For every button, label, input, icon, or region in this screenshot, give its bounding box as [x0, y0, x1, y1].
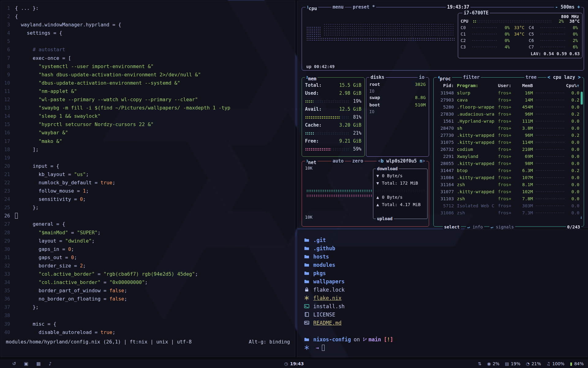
net-box-title[interactable]: 3net — [305, 158, 318, 166]
memory-module[interactable]: ▤19% — [505, 361, 520, 366]
scroll-down-icon[interactable]: ↓ — [580, 215, 582, 220]
process-row[interactable]: 31075.kitty-wrappedfros+114M0.0 — [434, 139, 584, 146]
code-area[interactable]: 1{ ... }:2{3 wayland.windowManager.hyprl… — [1, 4, 295, 336]
code-line[interactable]: 9 "hash dbus-update-activation-environme… — [1, 71, 295, 79]
code-line[interactable]: 22 numlock_by_default = true; — [1, 178, 295, 187]
code-line[interactable]: 16 "waybar &" — [1, 128, 295, 137]
workspace-gallery-icon[interactable]: ▦ — [36, 361, 41, 366]
code-line[interactable]: 30 gaps_in = 0; — [1, 245, 295, 253]
tree-toggle[interactable]: tree — [524, 75, 538, 80]
signals-button[interactable]: ↵ signals — [489, 224, 515, 229]
process-row[interactable]: 27903cavafros+14M0.2 — [434, 96, 584, 103]
refresh-rate-control[interactable]: - 500ms + — [554, 4, 581, 10]
code-line[interactable]: 14 "sleep 1 && swaylock" — [1, 112, 295, 120]
proc-box-title[interactable]: 4proc — [437, 75, 452, 82]
process-row[interactable]: 31103zshfros+7.8M0.0 — [434, 195, 584, 202]
process-row[interactable]: 31948slurpfros+16M0.0 — [434, 89, 584, 96]
code-text: follow_mouse = 1; — [15, 187, 89, 195]
disk-module[interactable]: ◔21% — [526, 361, 541, 366]
volume-module[interactable]: ♫100% — [547, 361, 565, 366]
code-line[interactable]: 17 "mako &" — [1, 137, 295, 145]
code-line[interactable]: 38 — [1, 311, 295, 320]
code-line[interactable]: 24 sensitivity = 0; — [1, 195, 295, 203]
line-number: 10 — [1, 79, 15, 87]
code-line[interactable]: 36 no_border_on_floating = false; — [1, 295, 295, 303]
net-zero-toggle[interactable]: zero — [351, 158, 364, 164]
process-row[interactable]: 1561.Hyprland-wrapfros+111M0.0 — [434, 117, 584, 125]
battery-module[interactable]: ▮84% — [570, 361, 584, 366]
menu-button[interactable]: menu — [331, 4, 345, 10]
filter-button[interactable]: filter — [462, 75, 481, 80]
code-line[interactable]: 21 kb_layout = "us"; — [1, 170, 295, 178]
code-line[interactable]: 7 exec-once = [ — [1, 54, 295, 62]
sort-selector[interactable]: < cpu lazy > — [546, 75, 582, 80]
code-line[interactable]: 26 — [1, 212, 295, 220]
code-line[interactable]: 5 — [1, 37, 295, 45]
workspace-music-icon[interactable]: ♪ — [49, 361, 52, 366]
net-device-switcher[interactable]: <b wlp0s20f0u5 n> — [377, 158, 426, 164]
cpu-module[interactable]: ◉2% — [487, 361, 499, 366]
clock-module[interactable]: ◷ 19:43 — [284, 361, 304, 366]
code-line[interactable]: 29 layout = "dwindle"; — [1, 237, 295, 245]
select-button[interactable]: select — [443, 224, 461, 229]
process-row[interactable]: 31086zshfros+7.3M0.0 — [434, 209, 584, 216]
code-line[interactable]: 35 border_part_of_window = false; — [1, 286, 295, 295]
code-line[interactable]: 4 settings = { — [1, 29, 295, 37]
code-line[interactable]: 31 gaps_out = 0; — [1, 253, 295, 262]
preset-button[interactable]: preset * — [352, 4, 376, 10]
code-line[interactable]: 18 ]; — [1, 145, 295, 154]
process-row[interactable]: 31084.kitty-wrappedfros+107M0.0 — [434, 174, 584, 181]
io-mode-toggle[interactable]: io — [418, 75, 426, 80]
shell-prompt-input-line[interactable]: → — [304, 343, 580, 352]
info-button[interactable]: ↵ info — [466, 224, 484, 229]
tray-network-icon[interactable]: ⇅ — [478, 361, 482, 366]
code-line[interactable]: 1{ ... }: — [1, 4, 295, 12]
code-line[interactable]: 13 "swaybg -m fill -i $(find ~/Pictures/… — [1, 104, 295, 112]
code-line[interactable]: 20 input = { — [1, 162, 295, 170]
code-line[interactable]: 25 }; — [1, 203, 295, 212]
process-table-header[interactable]: Pid: Program: User: MemB Cpu% ↑ — [434, 82, 584, 89]
process-row[interactable]: 28470shfros+3.8M0.0 — [434, 125, 584, 132]
code-line[interactable]: 23 follow_mouse = 1; — [1, 187, 295, 195]
mem-box-title[interactable]: 2mem — [305, 75, 318, 82]
disk-row: IO — [366, 109, 429, 114]
code-line[interactable]: 6 # autostart — [1, 45, 295, 54]
code-line[interactable]: 8 "systemctl --user import-environment &… — [1, 62, 295, 71]
code-line[interactable]: 27 general = { — [1, 220, 295, 228]
code-line[interactable]: 34 "col.inactive_border" = "0x00000000"; — [1, 278, 295, 286]
net-auto-toggle[interactable]: auto — [331, 158, 345, 164]
workspace-notes-icon[interactable]: ▣ — [24, 361, 28, 366]
code-line[interactable]: 32 border_size = 2; — [1, 262, 295, 270]
process-row[interactable]: 31077.kitty-wrappedfros+102M0.0 — [434, 188, 584, 195]
process-row[interactable]: 5280.floorp-wrappefros+454M0.0 — [434, 103, 584, 110]
proc-scrollbar[interactable] — [581, 92, 583, 105]
code-line[interactable]: 19 — [1, 154, 295, 162]
code-line[interactable]: 39 misc = { — [1, 320, 295, 328]
code-line[interactable]: 40 disable_autoreload = true; — [1, 328, 295, 336]
code-line[interactable]: 11 "nm-applet &" — [1, 87, 295, 95]
code-line[interactable]: 3 wayland.windowManager.hyprland = { — [1, 21, 295, 29]
mem-stat-row: Free:9.21 GiB — [302, 137, 364, 145]
process-row[interactable]: 5712Isolated Web Cfros+303M0.0 — [434, 202, 584, 209]
file-name: flake.lock — [313, 287, 345, 293]
process-row[interactable]: 28055.kitty-wrappedfros+98M0.0 — [434, 160, 584, 167]
code-line[interactable]: 10 "dbus-update-activation-environment -… — [1, 79, 295, 87]
folder-icon — [304, 254, 310, 259]
disks-box-title[interactable]: disks — [369, 75, 386, 80]
code-line[interactable]: 33 "col.active_border" = "rgb(cba6f7) rg… — [1, 270, 295, 278]
process-row[interactable]: 31447btopfros+6.3M0.2 — [434, 167, 584, 174]
code-line[interactable]: 2{ — [1, 12, 295, 21]
process-row[interactable]: 27830.audacious-wrafros+96M0.2 — [434, 110, 584, 117]
code-line[interactable]: 37 }; — [1, 303, 295, 311]
code-line[interactable]: 28 "$mainMod" = "SUPER"; — [1, 228, 295, 237]
process-row[interactable]: 31164zshfros+8.1M0.0 — [434, 181, 584, 188]
process-row[interactable]: 27730.kitty-wrappedfros+96M0.2 — [434, 132, 584, 139]
cpu-box-title[interactable]: 1cpu — [306, 4, 318, 12]
workspace-history-icon[interactable]: ↺ — [12, 361, 16, 366]
statusline-file-info: modules/home/hyprland/config.nix (26,1) … — [6, 339, 192, 345]
code-text: numlock_by_default = true; — [15, 178, 115, 187]
process-row[interactable]: 26732codiumfros+210M0.0 — [434, 146, 584, 153]
code-line[interactable]: 15 "hyprctl setcursor Nordzy-cursors 22 … — [1, 120, 295, 128]
code-line[interactable]: 12 "wl-paste --primary --watch wl-copy -… — [1, 95, 295, 104]
process-row[interactable]: 2291Xwaylandfros+69M0.0 — [434, 153, 584, 160]
